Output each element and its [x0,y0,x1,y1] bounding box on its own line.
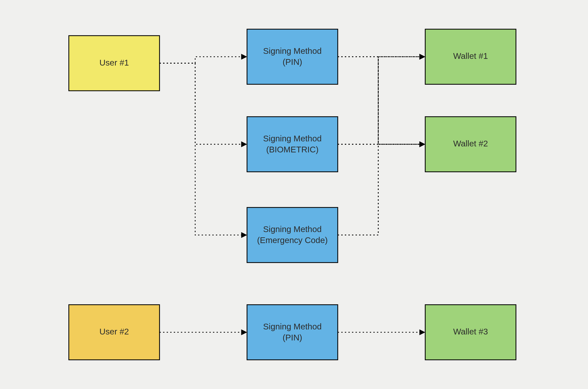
node-user1: User #1 [69,36,159,91]
node-label-sm_pin2-line2: (PIN) [283,333,302,342]
node-label-sm_bio-line2: (BIOMETRIC) [266,145,319,154]
node-label-wallet1: Wallet #1 [453,51,488,61]
node-wallet2: Wallet #2 [425,117,516,172]
node-label-sm_pin1-line2: (PIN) [283,57,302,66]
node-sm_pin2: Signing Method(PIN) [247,305,338,360]
node-user2: User #2 [69,305,159,360]
node-rect-sm_emg [247,207,338,262]
node-label-user2: User #2 [99,327,129,336]
node-label-sm_bio-line1: Signing Method [263,134,322,143]
node-rect-sm_pin2 [247,305,338,360]
node-label-sm_emg-line1: Signing Method [263,225,322,234]
node-label-sm_emg-line2: (Emergency Code) [257,235,328,245]
node-sm_emg: Signing Method(Emergency Code) [247,207,338,262]
node-label-user1: User #1 [99,58,129,67]
node-wallet1: Wallet #1 [425,29,516,84]
node-wallet3: Wallet #3 [425,305,516,360]
node-label-sm_pin1-line1: Signing Method [263,46,322,56]
node-label-sm_pin2-line1: Signing Method [263,322,322,331]
diagram-canvas: User #1Signing Method(PIN)Signing Method… [0,0,588,389]
node-sm_pin1: Signing Method(PIN) [247,29,338,84]
node-sm_bio: Signing Method(BIOMETRIC) [247,117,338,172]
node-rect-sm_bio [247,117,338,172]
node-rect-sm_pin1 [247,29,338,84]
node-label-wallet3: Wallet #3 [453,327,488,336]
node-label-wallet2: Wallet #2 [453,139,488,148]
